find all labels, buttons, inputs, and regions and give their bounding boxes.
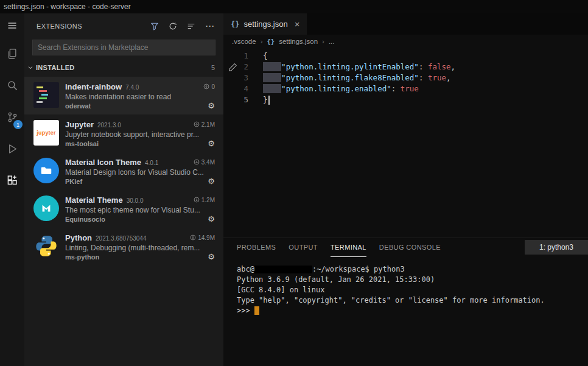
line-content: }	[263, 94, 270, 105]
redaction-box	[254, 266, 312, 273]
extension-install-count: 1.2M	[194, 197, 215, 203]
close-tab-icon[interactable]: ×	[295, 19, 300, 29]
extension-description: Linting, Debugging (multi-threaded, rem.…	[65, 244, 215, 252]
terminal-line: [GCC 8.4.0] on linux	[237, 285, 583, 295]
install-count-icon	[194, 121, 200, 127]
terminal-output[interactable]: abc@:~/workspace$ python3 Python 3.6.9 (…	[223, 257, 588, 366]
extension-item[interactable]: jupyter Jupyter 2021.3.0 2.1M Jupyter no…	[24, 114, 223, 152]
material-theme-icon	[33, 195, 59, 221]
gear-icon[interactable]: ⚙	[208, 178, 215, 185]
gear-icon[interactable]: ⚙	[208, 140, 215, 147]
breadcrumb-symbol[interactable]: ...	[329, 38, 335, 45]
panel-tab-output[interactable]: OUTPUT	[289, 238, 318, 257]
terminal-selector[interactable]: 1: python3	[525, 240, 588, 255]
breadcrumb-file[interactable]: settings.json	[279, 38, 318, 45]
extension-description: Jupyter notebook support, interactive pr…	[65, 130, 215, 139]
extension-version: 2021.3.680753044	[96, 235, 146, 242]
clear-extensions-icon[interactable]	[187, 22, 195, 30]
breadcrumb-separator-icon: ›	[322, 38, 324, 45]
search-icon[interactable]	[0, 69, 24, 101]
extension-item[interactable]: Material Theme 30.0.0 1.2M The most epic…	[24, 190, 223, 228]
panel-tab-bar: PROBLEMS OUTPUT TERMINAL DEBUG CONSOLE 1…	[223, 238, 588, 257]
code-line: 2 "python.linting.pylintEnabled": false,	[223, 62, 588, 72]
code-line: 1 {	[223, 51, 588, 62]
installed-count-badge: 5	[211, 64, 215, 71]
bottom-panel: PROBLEMS OUTPUT TERMINAL DEBUG CONSOLE 1…	[223, 238, 588, 366]
menu-icon[interactable]	[0, 13, 24, 38]
terminal-line: abc@:~/workspace$ python3	[237, 264, 583, 275]
terminal-selector-label: 1: python3	[539, 243, 573, 252]
breadcrumb-folder[interactable]: .vscode	[232, 38, 256, 45]
code-editor[interactable]: 1 { 2 "python.linting.pylintEnabled": fa…	[223, 48, 588, 238]
tab-label: settings.json	[243, 19, 287, 29]
panel-tab-terminal[interactable]: TERMINAL	[331, 238, 366, 257]
extension-publisher: Equinusocio	[65, 216, 208, 223]
line-content: {	[263, 51, 268, 62]
code-line: 5 }	[223, 94, 588, 105]
install-count-icon	[190, 234, 196, 241]
install-count-icon	[194, 197, 200, 203]
run-debug-icon[interactable]	[0, 133, 24, 164]
extension-publisher: PKief	[65, 178, 208, 185]
extension-description: Makes indentation easier to read	[65, 93, 215, 101]
extension-version: 4.0.1	[145, 160, 158, 166]
install-count-icon	[203, 83, 209, 90]
extensions-sidebar: EXTENSIONS ⋯ INSTALLED 5	[24, 13, 223, 366]
filter-icon[interactable]	[150, 22, 159, 30]
extension-item[interactable]: indent-rainbow 7.4.0 0 Makes indentation…	[24, 77, 223, 114]
activity-bar: 1	[0, 13, 24, 366]
extension-version: 30.0.0	[127, 197, 144, 204]
installed-label: INSTALLED	[36, 64, 211, 71]
explorer-icon[interactable]	[0, 38, 24, 69]
extension-item[interactable]: Material Icon Theme 4.0.1 3.4M Material …	[24, 152, 223, 190]
line-number: 3	[223, 72, 263, 83]
code-line: 4 "python.linting.enabled": true	[223, 83, 588, 94]
pencil-edit-icon[interactable]	[228, 63, 237, 74]
installed-section-header[interactable]: INSTALLED 5	[24, 61, 223, 74]
editor-tab-bar: {} settings.json ×	[223, 13, 588, 35]
extension-publisher: ms-toolsai	[65, 140, 208, 147]
panel-tabs: PROBLEMS OUTPUT TERMINAL DEBUG CONSOLE	[237, 238, 441, 257]
jupyter-icon: jupyter	[33, 120, 59, 146]
extension-version: 2021.3.0	[97, 122, 121, 128]
extensions-icon[interactable]	[0, 164, 24, 196]
json-file-icon: {}	[267, 38, 275, 45]
gear-icon[interactable]: ⚙	[208, 102, 215, 110]
refresh-icon[interactable]	[169, 22, 177, 30]
extension-install-count: 2.1M	[194, 121, 215, 128]
title-bar: settings.json - workspace - code-server	[0, 0, 588, 13]
extension-version: 7.4.0	[125, 84, 139, 91]
line-number: 5	[223, 94, 263, 105]
main-layout: 1 EXTENSIONS ⋯	[0, 13, 588, 366]
extension-name: Jupyter	[65, 120, 94, 129]
terminal-line: >>>	[237, 306, 583, 316]
line-number: 4	[223, 83, 263, 94]
extensions-search-input[interactable]	[32, 40, 215, 55]
panel-tab-problems[interactable]: PROBLEMS	[237, 238, 276, 257]
more-actions-icon[interactable]: ⋯	[205, 23, 215, 29]
line-content: "python.linting.pylintEnabled": false,	[263, 62, 455, 72]
extension-description: The most epic theme now for Visual Stu..…	[65, 206, 215, 214]
install-count-icon	[194, 159, 200, 165]
material-icon-theme-icon	[33, 158, 59, 183]
python-icon	[33, 233, 59, 259]
json-file-icon: {}	[231, 20, 239, 29]
panel-tab-debug-console[interactable]: DEBUG CONSOLE	[379, 238, 441, 257]
breadcrumb: .vscode › {} settings.json › ...	[223, 35, 588, 48]
editor-group: {} settings.json × .vscode › {} settings…	[223, 13, 588, 366]
line-content: "python.linting.flake8Enabled": true,	[263, 72, 451, 83]
extension-install-count: 0	[203, 83, 215, 90]
breadcrumb-separator-icon: ›	[261, 38, 263, 45]
gear-icon[interactable]: ⚙	[208, 216, 215, 223]
gear-icon[interactable]: ⚙	[208, 253, 215, 261]
window-title: settings.json - workspace - code-server	[4, 2, 131, 11]
sidebar-header: EXTENSIONS ⋯	[24, 13, 223, 39]
source-control-icon[interactable]: 1	[0, 101, 24, 133]
extension-name: Material Theme	[65, 195, 123, 205]
extension-install-count: 3.4M	[194, 159, 215, 166]
tab-settings-json[interactable]: {} settings.json ×	[223, 13, 307, 35]
chevron-down-icon	[27, 64, 34, 71]
extension-name: indent-rainbow	[65, 82, 122, 91]
extension-publisher: oderwat	[65, 102, 208, 110]
extension-item[interactable]: Python 2021.3.680753044 14.9M Linting, D…	[24, 228, 223, 266]
